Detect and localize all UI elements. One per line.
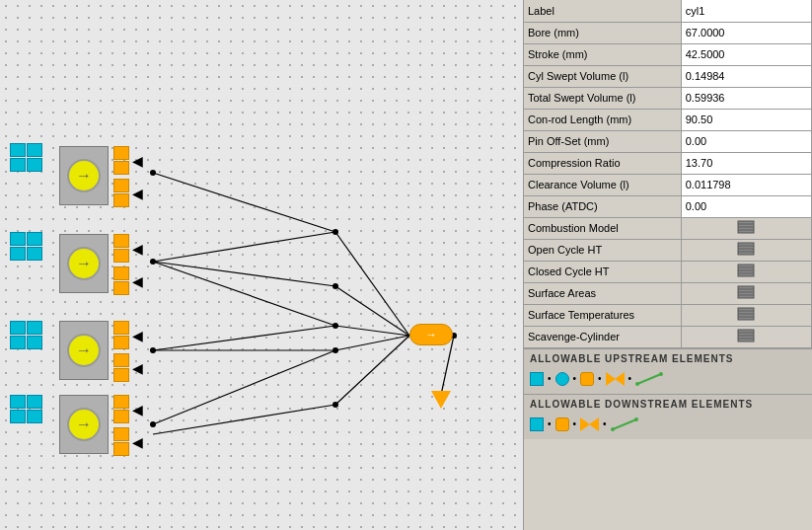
svg-point-54 — [634, 417, 638, 421]
svg-point-15 — [332, 283, 338, 289]
svg-point-20 — [150, 259, 156, 265]
small-block-orange[interactable] — [113, 281, 129, 295]
prop-value[interactable]: 0.14984 — [681, 65, 811, 87]
allowable-upstream-section: ALLOWABLE UPSTREAM ELEMENTS • • • • — [524, 348, 812, 394]
small-block-orange[interactable] — [113, 146, 129, 160]
cylinder-2[interactable]: → — [59, 234, 109, 293]
small-block-orange[interactable] — [113, 266, 129, 280]
prop-icon-surface-areas[interactable] — [681, 282, 811, 304]
svg-line-8 — [335, 232, 409, 336]
downstream-icon-cyan-block — [530, 417, 544, 431]
prop-value[interactable]: 0.011798 — [681, 174, 811, 195]
prop-icon-open-cycle[interactable] — [681, 239, 811, 261]
prop-row-open-cycle: Open Cycle HT — [524, 239, 812, 261]
properties-table: Label cyl1 Bore (mm) 67.0000 Stroke (mm)… — [524, 0, 812, 348]
prop-label: Closed Cycle HT — [524, 261, 681, 282]
prop-value[interactable]: 42.5000 — [681, 43, 811, 65]
svg-point-14 — [332, 229, 338, 235]
svg-point-53 — [611, 427, 615, 431]
small-block-orange[interactable] — [113, 395, 129, 409]
small-block-cyan[interactable] — [27, 410, 42, 423]
cylinder-3[interactable]: → — [59, 321, 109, 380]
small-block-cyan[interactable] — [27, 143, 42, 157]
svg-point-50 — [635, 382, 639, 386]
svg-line-11 — [335, 336, 409, 350]
prop-icon-combustion[interactable] — [681, 217, 811, 239]
small-block-cyan[interactable] — [10, 336, 26, 349]
prop-row-label: Label cyl1 — [524, 0, 812, 22]
small-block-cyan[interactable] — [10, 232, 26, 246]
prop-row-compression: Compression Ratio 13.70 — [524, 152, 812, 174]
prop-value[interactable]: 67.0000 — [681, 22, 811, 43]
cylinder-1[interactable]: → — [59, 146, 109, 205]
small-block-orange[interactable] — [113, 179, 129, 192]
block-group-right-3: ◀ ◀ — [113, 321, 143, 382]
svg-point-22 — [150, 421, 156, 427]
small-block-orange[interactable] — [113, 249, 129, 263]
prop-icon-scavenge[interactable] — [681, 326, 811, 347]
small-block-cyan[interactable] — [27, 395, 42, 409]
prop-label: Compression Ratio — [524, 152, 681, 174]
block-group-3 — [10, 321, 42, 349]
prop-label: Surface Areas — [524, 282, 681, 304]
svg-point-51 — [659, 372, 663, 376]
small-block-orange[interactable] — [113, 161, 129, 175]
prop-value[interactable]: 0.00 — [681, 130, 811, 152]
prop-icon-surface-temps[interactable] — [681, 304, 811, 326]
small-block-cyan[interactable] — [27, 232, 42, 246]
prop-label: Phase (ATDC) — [524, 195, 681, 217]
prop-row-phase: Phase (ATDC) 0.00 — [524, 195, 812, 217]
svg-point-19 — [150, 170, 156, 176]
prop-row-pin-offset: Pin Off-Set (mm) 0.00 — [524, 130, 812, 152]
prop-row-scavenge: Scavenge-Cylinder — [524, 326, 812, 347]
small-block-cyan[interactable] — [10, 247, 26, 261]
small-block-orange[interactable] — [113, 336, 129, 349]
small-block-orange[interactable] — [113, 410, 129, 423]
prop-value[interactable]: 90.50 — [681, 109, 811, 130]
small-block-cyan[interactable] — [10, 158, 26, 172]
prop-value[interactable]: 13.70 — [681, 152, 811, 174]
prop-row-total-swept: Total Swept Volume (l) 0.59936 — [524, 87, 812, 109]
small-block-orange[interactable] — [113, 193, 129, 207]
dot-separator: • — [548, 418, 552, 429]
prop-value[interactable]: cyl1 — [681, 0, 811, 22]
svg-line-0 — [153, 173, 335, 232]
dot-separator: • — [603, 418, 607, 429]
small-block-orange[interactable] — [113, 234, 129, 248]
cylinder-4[interactable]: → — [59, 395, 109, 454]
svg-line-12 — [335, 336, 409, 405]
prop-label: Stroke (mm) — [524, 43, 681, 65]
small-block-orange[interactable] — [113, 442, 129, 456]
small-block-orange[interactable] — [113, 368, 129, 382]
prop-label: Combustion Model — [524, 217, 681, 239]
small-block-cyan[interactable] — [27, 336, 42, 349]
prop-value[interactable]: 0.59936 — [681, 87, 811, 109]
funnel-element[interactable] — [431, 391, 451, 409]
small-block-cyan[interactable] — [27, 247, 42, 261]
svg-line-4 — [153, 326, 335, 350]
svg-line-9 — [335, 286, 409, 336]
prop-row-surface-temps: Surface Temperatures — [524, 304, 812, 326]
small-block-cyan[interactable] — [10, 395, 26, 409]
svg-line-2 — [153, 262, 335, 286]
prop-value[interactable]: 0.00 — [681, 195, 811, 217]
small-block-cyan[interactable] — [27, 321, 42, 335]
small-block-orange[interactable] — [113, 321, 129, 335]
prop-label: Open Cycle HT — [524, 239, 681, 261]
small-block-orange[interactable] — [113, 353, 129, 367]
svg-line-3 — [153, 262, 335, 326]
small-block-orange[interactable] — [113, 427, 129, 441]
prop-row-bore: Bore (mm) 67.0000 — [524, 22, 812, 43]
prop-label: Con-rod Length (mm) — [524, 109, 681, 130]
right-panel: Label cyl1 Bore (mm) 67.0000 Stroke (mm)… — [523, 0, 812, 530]
canvas-area[interactable]: → ◀ ◀ — [0, 0, 523, 530]
svg-line-6 — [153, 350, 335, 424]
svg-point-21 — [150, 347, 156, 353]
small-block-cyan[interactable] — [27, 158, 42, 172]
small-block-cyan[interactable] — [10, 143, 26, 157]
orange-pipe[interactable]: → — [409, 324, 453, 345]
small-block-cyan[interactable] — [10, 410, 26, 423]
prop-label: Clearance Volume (l) — [524, 174, 681, 195]
small-block-cyan[interactable] — [10, 321, 26, 335]
prop-icon-closed-cycle[interactable] — [681, 261, 811, 282]
